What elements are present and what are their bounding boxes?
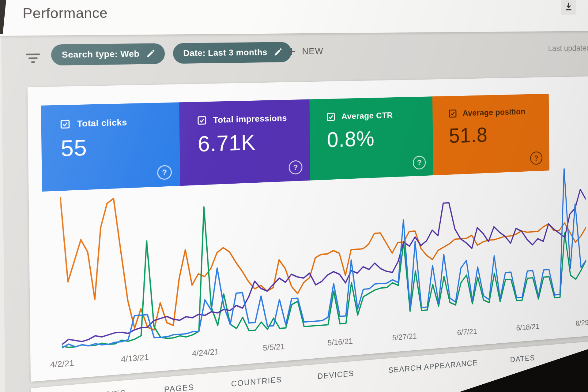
x-tick-label: 4/24/21 xyxy=(192,347,219,358)
help-circle-icon[interactable]: ? xyxy=(530,151,542,165)
metric-card-total-clicks[interactable]: Total clicks 55 ? xyxy=(41,102,180,192)
tab-countries[interactable]: COUNTRIES xyxy=(231,375,282,389)
tab-queries[interactable]: QUERIES xyxy=(85,388,126,392)
chart-series-position xyxy=(60,175,587,337)
photographed-monitor: { "header": { "title": "Performance" }, … xyxy=(0,0,588,392)
filter-chips: Search type: Web Date: Last 3 months xyxy=(51,42,292,65)
tab-devices[interactable]: DEVICES xyxy=(317,369,354,381)
help-circle-icon[interactable]: ? xyxy=(413,155,426,170)
help-circle-icon[interactable]: ? xyxy=(157,165,172,180)
plus-icon: + xyxy=(288,44,296,58)
last-updated-text: Last updated: 5 hour xyxy=(548,43,588,53)
metric-card-header: Total clicks xyxy=(60,118,127,129)
x-tick-label: 4/13/21 xyxy=(121,352,149,364)
metric-value: 55 xyxy=(61,135,87,161)
x-tick-label: 4/2/21 xyxy=(50,358,74,370)
x-tick-label: 5/16/21 xyxy=(327,336,353,348)
metric-label: Total clicks xyxy=(77,118,127,129)
metric-card-header: Average CTR xyxy=(326,110,393,122)
date-filter-label: Date: Last 3 months xyxy=(183,47,267,58)
metric-value: 0.8% xyxy=(327,126,375,152)
download-icon xyxy=(564,2,573,11)
metric-card-average-ctr[interactable]: Average CTR 0.8% ? xyxy=(309,96,433,180)
performance-chart-panel: Total clicks 55 ? Total impressions 6.71… xyxy=(28,76,588,382)
date-filter-chip[interactable]: Date: Last 3 months xyxy=(173,42,292,64)
metric-card-header: Total impressions xyxy=(197,113,287,125)
checked-checkbox-icon[interactable] xyxy=(60,119,70,129)
checked-checkbox-icon[interactable] xyxy=(448,109,457,118)
x-tick-label: 5/5/21 xyxy=(263,342,285,353)
search-console-performance-page: Performance Search type: Web Date: Last … xyxy=(0,0,588,392)
tab-pages[interactable]: PAGES xyxy=(164,382,194,392)
metric-value: 51.8 xyxy=(449,123,488,147)
metric-card-average-position[interactable]: Average position 51.8 ? xyxy=(432,94,549,175)
chart-series-clicks xyxy=(60,168,587,348)
checked-checkbox-icon[interactable] xyxy=(197,115,207,125)
metric-card-total-impressions[interactable]: Total impressions 6.71K ? xyxy=(179,99,310,186)
export-download-button[interactable] xyxy=(561,0,576,15)
x-tick-label: 6/18/21 xyxy=(516,322,539,333)
checked-checkbox-icon[interactable] xyxy=(326,112,336,122)
new-filter-button[interactable]: + NEW xyxy=(288,44,324,58)
filter-icon[interactable] xyxy=(25,53,41,66)
metric-label: Average position xyxy=(462,107,525,118)
chart-series-impressions xyxy=(60,189,586,345)
metric-card-header: Average position xyxy=(448,107,525,118)
search-type-filter-chip[interactable]: Search type: Web xyxy=(51,43,165,65)
metric-value: 6.71K xyxy=(198,130,256,157)
tab-search-appearance[interactable]: SEARCH APPEARANCE xyxy=(388,358,478,375)
metric-label: Total impressions xyxy=(213,113,287,125)
x-tick-label: 6/7/21 xyxy=(457,327,477,338)
search-type-filter-label: Search type: Web xyxy=(62,49,139,60)
help-circle-icon[interactable]: ? xyxy=(288,160,302,174)
metric-label: Average CTR xyxy=(341,110,393,121)
page-title: Performance xyxy=(23,5,108,21)
filter-toolbar: Search type: Web Date: Last 3 months + N… xyxy=(0,39,588,77)
new-filter-label: NEW xyxy=(302,46,323,56)
x-tick-label: 6/29/21 xyxy=(575,317,588,328)
x-tick-label: 5/27/21 xyxy=(392,331,417,342)
page-header: Performance xyxy=(0,0,588,37)
tab-dates[interactable]: DATES xyxy=(510,353,535,364)
pencil-icon xyxy=(146,49,155,58)
pencil-icon xyxy=(273,47,282,57)
